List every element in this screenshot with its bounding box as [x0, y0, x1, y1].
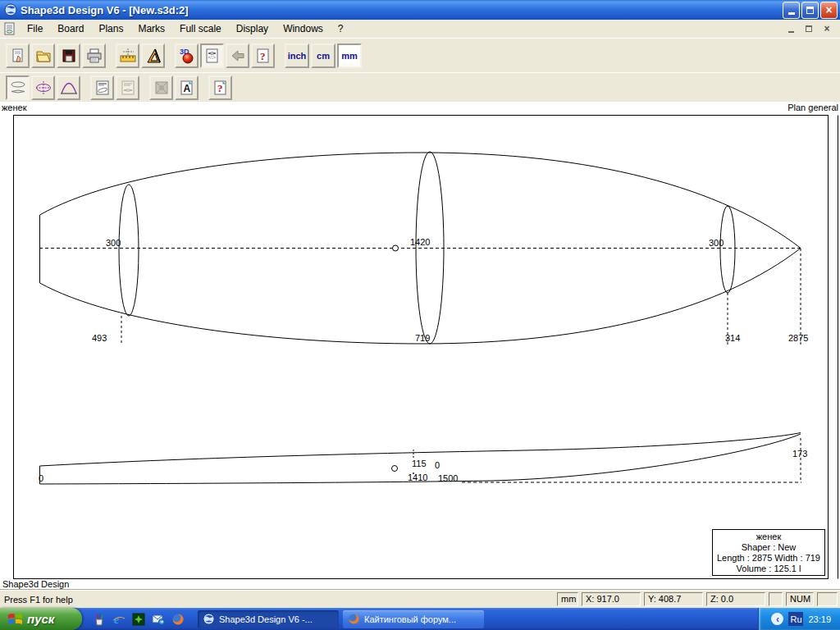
unit-inch-button[interactable]: inch [285, 43, 309, 68]
svg-text:A: A [183, 83, 190, 94]
svg-text:e: e [114, 614, 119, 626]
close-icon: × [825, 4, 832, 16]
outline-doc-2-button[interactable] [116, 75, 139, 100]
paint-shortcut-icon[interactable] [92, 612, 106, 626]
internet-explorer-icon[interactable]: e [112, 612, 126, 626]
board-drawing[interactable]: 300 1420 300 493 719 314 2875 0 115 0 14… [0, 102, 840, 579]
status-panel-empty-1 [769, 592, 783, 606]
image-overlay-button[interactable] [149, 75, 173, 100]
firefox-shortcut-icon[interactable] [171, 612, 185, 626]
profile-dim-1500: 1500 [438, 473, 458, 483]
taskbar-task-shape3d[interactable]: Shape3d Design V6 -... [198, 610, 339, 628]
media-app-icon[interactable] [131, 612, 145, 626]
app-globe-icon [4, 3, 17, 16]
quick-launch-bar: e [82, 612, 194, 626]
plan-dim-300-right: 300 [709, 238, 724, 248]
tray-collapse-button[interactable]: ‹ [771, 613, 783, 625]
export-arrow-icon [230, 48, 246, 64]
cross-section-right [720, 206, 735, 293]
help-button[interactable]: ? [251, 43, 275, 68]
open-folder-icon [35, 48, 52, 64]
status-x-coordinate: X: 917.0 [582, 592, 641, 606]
menu-windows[interactable]: Windows [276, 21, 331, 36]
plan-dim-314: 314 [725, 333, 740, 343]
mdi-minimize-button[interactable] [784, 23, 797, 34]
taskbar-task-browser[interactable]: Кайтинговый форум... [343, 610, 484, 628]
start-button[interactable]: пуск [0, 608, 82, 630]
menu-board[interactable]: Board [50, 21, 91, 36]
board-info-box: женек Shaper : New Length : 2875 Width :… [712, 529, 825, 576]
text-a-icon: A [179, 80, 195, 96]
outline-doc-2-icon [120, 80, 136, 96]
info-shaper: Shaper : New [713, 542, 824, 553]
close-button[interactable]: × [820, 2, 838, 19]
windows-logo-icon [7, 612, 23, 626]
menu-file[interactable]: File [20, 21, 50, 36]
menu-marks[interactable]: Marks [130, 21, 172, 36]
export-button[interactable] [226, 43, 249, 68]
mdi-minimize-icon [788, 31, 794, 33]
menu-display[interactable]: Display [229, 21, 276, 36]
pane-title-bar: Shape3d Design [0, 579, 840, 590]
unit-mm-button[interactable]: mm [337, 43, 362, 68]
mdi-restore-button[interactable] [802, 23, 815, 34]
plan-view-icon [204, 48, 221, 64]
print-button[interactable] [82, 43, 106, 68]
outline-doc-icon [94, 80, 111, 96]
cross-section-view-button[interactable] [31, 75, 55, 100]
canvas-frame [14, 116, 829, 579]
context-help-button[interactable]: ? [208, 75, 232, 100]
profile-center-marker[interactable] [392, 466, 398, 472]
taskbar: пуск e [0, 608, 840, 630]
outline-view-button[interactable] [6, 75, 30, 100]
titlebar: Shape3d Design V6 - [New.s3d:2] × [0, 0, 840, 20]
restore-button[interactable] [801, 2, 819, 19]
start-label: пуск [27, 612, 59, 626]
help-page-icon: ? [255, 48, 272, 64]
mdi-restore-icon [806, 25, 812, 32]
menu-plans[interactable]: Plans [91, 21, 130, 36]
cross-section-icon [34, 80, 52, 96]
profile-dim-0-left: 0 [39, 473, 43, 483]
minimize-button[interactable] [783, 2, 800, 19]
plan-dim-1420: 1420 [410, 237, 430, 247]
save-button[interactable] [57, 43, 80, 68]
ruler-icon [119, 47, 137, 65]
task-label-shape3d: Shape3d Design V6 -... [219, 614, 313, 624]
plan-center-marker[interactable] [393, 245, 399, 251]
plan-dim-2875: 2875 [788, 333, 808, 343]
status-panel-empty-2 [817, 592, 838, 606]
3d-view-button[interactable]: 3D [175, 43, 199, 68]
profile-dim-115: 115 [412, 459, 427, 468]
plan-view-button[interactable] [200, 43, 224, 68]
open-file-button[interactable] [31, 43, 55, 68]
new-file-button[interactable] [6, 43, 30, 68]
menu-full-scale[interactable]: Full scale [172, 21, 229, 36]
outline-view-icon [9, 80, 27, 96]
language-indicator[interactable]: Ru [788, 612, 803, 626]
profile-dim-173: 173 [792, 449, 807, 459]
mdi-window-controls: × [784, 23, 840, 34]
outline-doc-button[interactable] [90, 75, 114, 100]
unit-cm-button[interactable]: cm [311, 43, 336, 68]
info-dimensions: Length : 2875 Width : 719 [713, 553, 824, 564]
svg-text:?: ? [217, 82, 223, 94]
annotation-button[interactable]: A [175, 75, 199, 100]
status-unit: mm [557, 592, 578, 606]
status-num-lock: NUM [786, 592, 814, 606]
rocker-curve-icon [60, 80, 78, 96]
measure-tool-button[interactable] [116, 43, 139, 68]
shape3d-task-icon [203, 613, 215, 625]
rocker-view-button[interactable] [57, 75, 80, 100]
pane-title: Shape3d Design [2, 579, 69, 589]
menu-help[interactable]: ? [331, 21, 351, 36]
main-toolbar: 3D ? inch cm mm [0, 38, 840, 72]
set-square-icon [144, 47, 162, 65]
set-square-button[interactable] [141, 43, 165, 68]
mdi-close-button[interactable]: × [820, 23, 833, 34]
mail-shortcut-icon[interactable] [151, 612, 165, 626]
plan-dim-300-left: 300 [106, 238, 121, 248]
design-canvas-area: женек Plan general 300 1420 300 493 719 … [0, 102, 840, 579]
image-overlay-icon [153, 80, 170, 96]
svg-text:?: ? [260, 50, 266, 62]
